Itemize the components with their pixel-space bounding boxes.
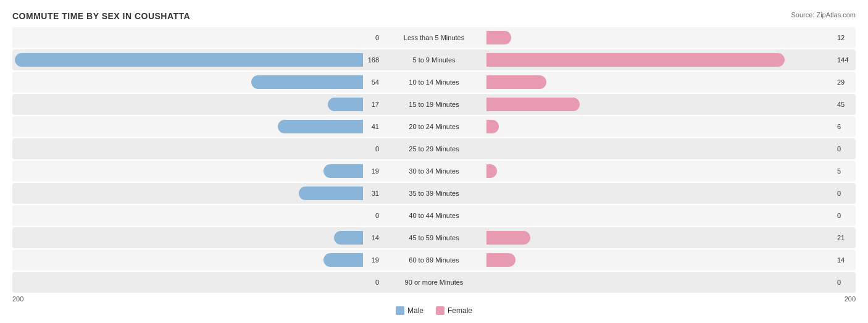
center-label: Less than 5 Minutes <box>382 34 486 41</box>
male-bar-wrap <box>15 253 363 267</box>
right-side: 144 <box>486 49 856 70</box>
female-bar-wrap <box>486 209 835 222</box>
female-bar <box>486 164 497 178</box>
female-bar-wrap <box>486 187 835 200</box>
center-label: 20 to 24 Minutes <box>382 123 486 130</box>
left-side: 17 <box>12 94 382 115</box>
female-bar-wrap <box>486 142 835 156</box>
center-label: 40 to 44 Minutes <box>382 212 486 219</box>
bar-row: 19 60 to 89 Minutes 14 <box>12 250 856 271</box>
center-label: 15 to 19 Minutes <box>382 101 486 108</box>
center-label: 30 to 34 Minutes <box>382 167 486 175</box>
left-side: 54 <box>12 72 382 93</box>
male-value: 41 <box>363 123 382 130</box>
female-value: 6 <box>835 123 853 130</box>
female-bar <box>486 98 580 111</box>
right-side: 6 <box>486 116 856 137</box>
bar-row: 19 30 to 34 Minutes 5 <box>12 161 856 182</box>
left-side: 0 <box>12 205 382 226</box>
male-value: 17 <box>363 101 382 108</box>
male-bar-wrap <box>15 275 363 289</box>
male-bar <box>15 53 363 67</box>
right-side: 14 <box>486 250 856 271</box>
female-value: 45 <box>835 101 853 108</box>
male-value: 0 <box>363 145 382 153</box>
axis-row: 200 200 <box>12 295 856 303</box>
center-label: 60 to 89 Minutes <box>382 256 486 264</box>
male-value: 0 <box>363 279 382 286</box>
male-bar-wrap <box>15 53 363 67</box>
bar-row: 0 25 to 29 Minutes 0 <box>12 138 856 159</box>
center-label: 5 to 9 Minutes <box>382 56 486 64</box>
male-bar <box>299 187 363 200</box>
bar-row: 14 45 to 59 Minutes 21 <box>12 227 856 248</box>
male-bar <box>323 164 363 178</box>
right-side: 21 <box>486 227 856 248</box>
male-bar-wrap <box>15 209 363 222</box>
male-bar-wrap <box>15 75 363 89</box>
center-label: 45 to 59 Minutes <box>382 234 486 241</box>
chart-title: COMMUTE TIME BY SEX IN COUSHATTA <box>12 11 856 21</box>
right-side: 29 <box>486 72 856 93</box>
female-bar-wrap <box>486 75 835 89</box>
left-side: 0 <box>12 272 382 293</box>
chart-container: COMMUTE TIME BY SEX IN COUSHATTA Source:… <box>0 0 868 323</box>
legend-male: Male <box>396 306 424 315</box>
left-side: 19 <box>12 250 382 271</box>
male-label: Male <box>407 306 424 315</box>
axis-left: 200 <box>12 295 434 303</box>
right-side: 12 <box>486 27 856 48</box>
bar-row: 54 10 to 14 Minutes 29 <box>12 72 856 93</box>
male-bar-wrap <box>15 231 363 245</box>
male-swatch <box>396 306 404 315</box>
female-label: Female <box>448 306 472 315</box>
right-side: 45 <box>486 94 856 115</box>
male-value: 168 <box>363 56 382 64</box>
female-value: 0 <box>835 190 853 197</box>
bar-row: 0 90 or more Minutes 0 <box>12 272 856 293</box>
male-bar <box>278 120 363 133</box>
female-value: 29 <box>835 78 853 86</box>
right-side: 0 <box>486 272 856 293</box>
male-value: 19 <box>363 256 382 264</box>
female-value: 14 <box>835 256 853 264</box>
center-label: 90 or more Minutes <box>382 279 486 286</box>
male-value: 0 <box>363 34 382 41</box>
female-value: 12 <box>835 34 853 41</box>
bar-row: 17 15 to 19 Minutes 45 <box>12 94 856 115</box>
right-side: 0 <box>486 138 856 159</box>
female-value: 21 <box>835 234 853 241</box>
center-label: 25 to 29 Minutes <box>382 145 486 153</box>
male-value: 14 <box>363 234 382 241</box>
male-value: 19 <box>363 167 382 175</box>
bar-row: 31 35 to 39 Minutes 0 <box>12 183 856 204</box>
female-bar <box>486 75 546 89</box>
male-value: 31 <box>363 190 382 197</box>
legend-female: Female <box>436 306 472 315</box>
female-bar-wrap <box>486 253 835 267</box>
male-bar <box>251 75 363 89</box>
female-value: 5 <box>835 167 853 175</box>
left-side: 14 <box>12 227 382 248</box>
bar-row: 0 40 to 44 Minutes 0 <box>12 205 856 226</box>
female-bar <box>486 231 530 245</box>
female-swatch <box>436 306 444 315</box>
female-bar-wrap <box>486 53 835 67</box>
male-bar-wrap <box>15 187 363 200</box>
left-side: 41 <box>12 116 382 137</box>
bar-row: 0 Less than 5 Minutes 12 <box>12 27 856 48</box>
left-side: 19 <box>12 161 382 182</box>
left-side: 168 <box>12 49 382 70</box>
female-value: 144 <box>835 56 853 64</box>
source-text: Source: ZipAtlas.com <box>791 11 856 19</box>
female-bar-wrap <box>486 231 835 245</box>
axis-right: 200 <box>434 295 856 303</box>
rows-area: 0 Less than 5 Minutes 12 168 5 to 9 Minu… <box>12 27 856 293</box>
male-bar-wrap <box>15 120 363 133</box>
female-bar-wrap <box>486 275 835 289</box>
left-side: 31 <box>12 183 382 204</box>
female-bar <box>486 253 515 267</box>
legend: Male Female <box>12 306 856 315</box>
bar-row: 168 5 to 9 Minutes 144 <box>12 49 856 70</box>
male-bar-wrap <box>15 142 363 156</box>
